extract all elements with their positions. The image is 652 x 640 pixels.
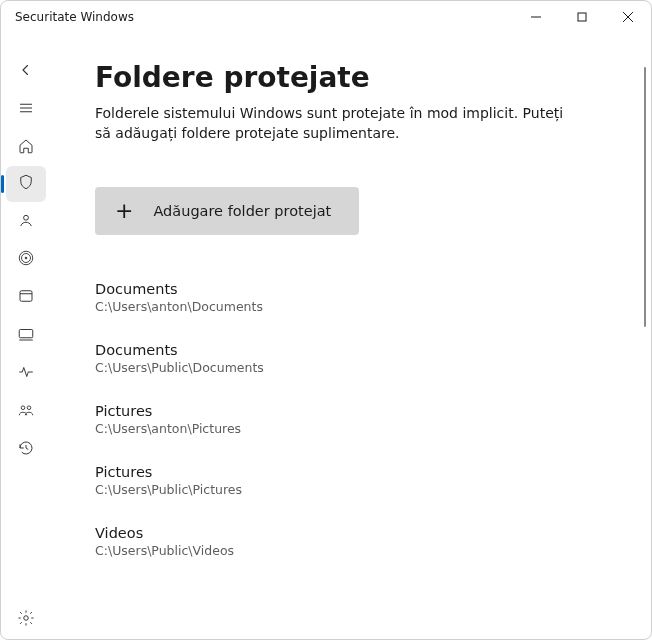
folder-path: C:\Users\Public\Videos	[95, 543, 601, 558]
folder-path: C:\Users\anton\Documents	[95, 299, 601, 314]
folder-item[interactable]: Documents C:\Users\Public\Documents	[95, 342, 601, 375]
sidebar	[1, 33, 51, 639]
add-protected-folder-button[interactable]: + Adăugare folder protejat	[95, 187, 359, 235]
app-browser-icon	[17, 287, 35, 309]
main-content: Foldere protejate Folderele sistemului W…	[53, 39, 643, 631]
protected-folders-list: Documents C:\Users\anton\Documents Docum…	[95, 281, 601, 558]
folder-name: Pictures	[95, 403, 601, 419]
folder-item[interactable]: Pictures C:\Users\anton\Pictures	[95, 403, 601, 436]
close-button[interactable]	[605, 1, 651, 33]
gear-icon	[17, 609, 35, 631]
nav-account-protection[interactable]	[6, 204, 46, 240]
titlebar: Securitate Windows	[1, 1, 651, 33]
nav-protection-history[interactable]	[6, 432, 46, 468]
folder-item[interactable]: Documents C:\Users\anton\Documents	[95, 281, 601, 314]
shield-icon	[17, 173, 35, 195]
svg-point-13	[21, 406, 25, 410]
nav-app-browser[interactable]	[6, 280, 46, 316]
nav-virus-protection[interactable]	[6, 166, 46, 202]
nav-device-security[interactable]	[6, 318, 46, 354]
folder-path: C:\Users\Public\Documents	[95, 360, 601, 375]
folder-name: Documents	[95, 281, 601, 297]
nav-settings[interactable]	[6, 602, 46, 638]
page-subtitle: Folderele sistemului Windows sunt protej…	[95, 104, 575, 143]
svg-rect-1	[578, 13, 586, 21]
performance-icon	[17, 363, 35, 385]
device-security-icon	[17, 325, 35, 347]
maximize-button[interactable]	[559, 1, 605, 33]
folder-name: Documents	[95, 342, 601, 358]
history-icon	[17, 439, 35, 461]
menu-button[interactable]	[6, 90, 46, 126]
folder-path: C:\Users\anton\Pictures	[95, 421, 601, 436]
nav-home[interactable]	[6, 128, 46, 164]
folder-name: Videos	[95, 525, 601, 541]
folder-item[interactable]: Pictures C:\Users\Public\Pictures	[95, 464, 601, 497]
window-controls	[513, 1, 651, 33]
add-button-label: Adăugare folder protejat	[153, 203, 331, 219]
plus-icon: +	[115, 200, 133, 222]
folder-item[interactable]: Videos C:\Users\Public\Videos	[95, 525, 601, 558]
page-title: Foldere protejate	[95, 61, 601, 94]
minimize-button[interactable]	[513, 1, 559, 33]
svg-point-7	[24, 215, 29, 220]
window-title: Securitate Windows	[15, 10, 513, 24]
firewall-icon	[17, 249, 35, 271]
svg-point-15	[24, 616, 29, 621]
svg-rect-11	[19, 330, 33, 338]
family-icon	[17, 401, 35, 423]
folder-path: C:\Users\Public\Pictures	[95, 482, 601, 497]
nav-device-performance[interactable]	[6, 356, 46, 392]
back-button[interactable]	[6, 52, 46, 88]
scrollbar[interactable]	[644, 67, 646, 327]
svg-point-14	[27, 406, 31, 410]
nav-family-options[interactable]	[6, 394, 46, 430]
folder-name: Pictures	[95, 464, 601, 480]
svg-point-8	[25, 257, 27, 259]
account-icon	[17, 211, 35, 233]
svg-rect-9	[20, 291, 32, 302]
nav-firewall[interactable]	[6, 242, 46, 278]
